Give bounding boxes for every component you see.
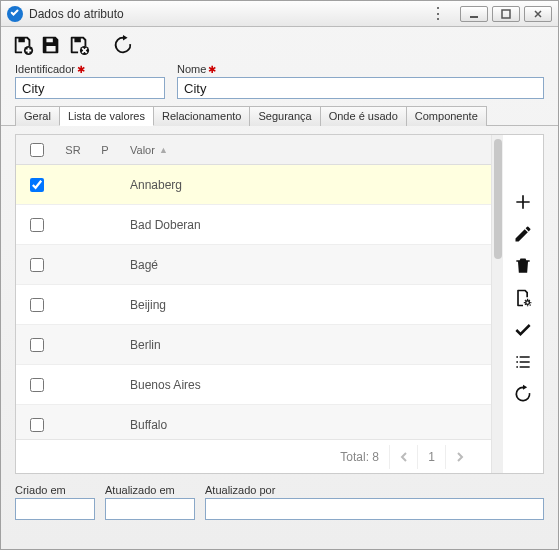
atualizado-em-input[interactable] bbox=[105, 498, 195, 520]
scroll-thumb[interactable] bbox=[494, 139, 502, 259]
col-valor[interactable]: Valor ▲ bbox=[120, 144, 491, 156]
criado-em-field: Criado em bbox=[15, 484, 95, 520]
edit-button[interactable] bbox=[512, 223, 534, 245]
titlebar: Dados do atributo ⋮ bbox=[1, 1, 558, 27]
apply-button[interactable] bbox=[512, 319, 534, 341]
grid-footer: Total: 8 1 bbox=[16, 439, 491, 473]
svg-rect-1 bbox=[470, 16, 478, 18]
more-menu-icon[interactable]: ⋮ bbox=[422, 4, 454, 23]
close-button[interactable] bbox=[524, 6, 552, 22]
tabstrip: Geral Lista de valores Relacionamento Se… bbox=[1, 105, 558, 126]
window-title: Dados do atributo bbox=[29, 7, 422, 21]
col-valor-label: Valor bbox=[130, 144, 155, 156]
table-row[interactable]: Berlin bbox=[16, 325, 491, 365]
total-label: Total: 8 bbox=[340, 450, 379, 464]
row-valor: Bagé bbox=[120, 258, 491, 272]
refresh-button[interactable] bbox=[111, 33, 135, 57]
table-row[interactable]: Bagé bbox=[16, 245, 491, 285]
tab-lista-de-valores[interactable]: Lista de valores bbox=[59, 106, 154, 126]
row-check-cell bbox=[16, 215, 56, 235]
table-row[interactable]: Buffalo bbox=[16, 405, 491, 439]
svg-rect-2 bbox=[502, 10, 510, 18]
table-row[interactable]: Beijing bbox=[16, 285, 491, 325]
tab-onde-e-usado[interactable]: Onde é usado bbox=[320, 106, 407, 126]
identificador-field: Identificador ✱ bbox=[15, 63, 165, 99]
sort-asc-icon: ▲ bbox=[159, 145, 168, 155]
save-add-button[interactable] bbox=[11, 33, 35, 57]
values-panel: SR P Valor ▲ AnnabergBad DoberanBagéBeij… bbox=[15, 134, 544, 474]
row-check-cell bbox=[16, 295, 56, 315]
grid-header: SR P Valor ▲ bbox=[16, 135, 491, 165]
identificador-label-text: Identificador bbox=[15, 63, 75, 75]
select-all-cell bbox=[16, 140, 56, 160]
row-check-cell bbox=[16, 175, 56, 195]
required-icon: ✱ bbox=[208, 64, 216, 75]
row-checkbox[interactable] bbox=[30, 178, 44, 192]
row-check-cell bbox=[16, 335, 56, 355]
row-checkbox[interactable] bbox=[30, 298, 44, 312]
nome-input[interactable] bbox=[177, 77, 544, 99]
dialog-window: Dados do atributo ⋮ bbox=[0, 0, 559, 550]
table-row[interactable]: Annaberg bbox=[16, 165, 491, 205]
save-delete-button[interactable] bbox=[67, 33, 91, 57]
tab-seguranca[interactable]: Segurança bbox=[249, 106, 320, 126]
row-valor: Berlin bbox=[120, 338, 491, 352]
save-button[interactable] bbox=[39, 33, 63, 57]
row-valor: Buenos Aires bbox=[120, 378, 491, 392]
side-action-bar bbox=[503, 135, 543, 473]
row-checkbox[interactable] bbox=[30, 378, 44, 392]
delete-button[interactable] bbox=[512, 255, 534, 277]
atualizado-por-input[interactable] bbox=[205, 498, 544, 520]
vertical-scrollbar[interactable] bbox=[491, 135, 503, 473]
minimize-button[interactable] bbox=[460, 6, 488, 22]
maximize-button[interactable] bbox=[492, 6, 520, 22]
criado-em-label: Criado em bbox=[15, 484, 95, 496]
audit-footer: Criado em Atualizado em Atualizado por bbox=[1, 480, 558, 530]
row-valor: Buffalo bbox=[120, 418, 491, 432]
row-check-cell bbox=[16, 415, 56, 435]
col-sr[interactable]: SR bbox=[56, 144, 90, 156]
add-button[interactable] bbox=[512, 191, 534, 213]
row-valor: Bad Doberan bbox=[120, 218, 491, 232]
table-row[interactable]: Buenos Aires bbox=[16, 365, 491, 405]
required-icon: ✱ bbox=[77, 64, 85, 75]
row-check-cell bbox=[16, 375, 56, 395]
table-row[interactable]: Bad Doberan bbox=[16, 205, 491, 245]
criado-em-input[interactable] bbox=[15, 498, 95, 520]
grid-body: AnnabergBad DoberanBagéBeijingBerlinBuen… bbox=[16, 165, 491, 439]
list-button[interactable] bbox=[512, 351, 534, 373]
page-number[interactable]: 1 bbox=[417, 445, 445, 469]
pager: 1 bbox=[389, 445, 473, 469]
app-icon bbox=[7, 6, 23, 22]
toolbar bbox=[1, 27, 558, 61]
identificador-label: Identificador ✱ bbox=[15, 63, 165, 75]
row-checkbox[interactable] bbox=[30, 418, 44, 432]
atualizado-por-field: Atualizado por bbox=[205, 484, 544, 520]
row-valor: Annaberg bbox=[120, 178, 491, 192]
atualizado-por-label: Atualizado por bbox=[205, 484, 544, 496]
select-all-checkbox[interactable] bbox=[30, 143, 44, 157]
row-valor: Beijing bbox=[120, 298, 491, 312]
page-next-button[interactable] bbox=[445, 445, 473, 469]
header-form: Identificador ✱ Nome ✱ bbox=[1, 61, 558, 105]
reload-button[interactable] bbox=[512, 383, 534, 405]
row-checkbox[interactable] bbox=[30, 218, 44, 232]
identificador-input[interactable] bbox=[15, 77, 165, 99]
nome-label-text: Nome bbox=[177, 63, 206, 75]
tab-relacionamento[interactable]: Relacionamento bbox=[153, 106, 251, 126]
atualizado-em-field: Atualizado em bbox=[105, 484, 195, 520]
page-settings-button[interactable] bbox=[512, 287, 534, 309]
row-check-cell bbox=[16, 255, 56, 275]
atualizado-em-label: Atualizado em bbox=[105, 484, 195, 496]
tab-geral[interactable]: Geral bbox=[15, 106, 60, 126]
row-checkbox[interactable] bbox=[30, 338, 44, 352]
col-p[interactable]: P bbox=[90, 144, 120, 156]
page-prev-button[interactable] bbox=[389, 445, 417, 469]
values-grid: SR P Valor ▲ AnnabergBad DoberanBagéBeij… bbox=[16, 135, 491, 473]
window-buttons bbox=[460, 6, 552, 22]
nome-field: Nome ✱ bbox=[177, 63, 544, 99]
nome-label: Nome ✱ bbox=[177, 63, 544, 75]
svg-point-5 bbox=[526, 301, 530, 305]
row-checkbox[interactable] bbox=[30, 258, 44, 272]
tab-componente[interactable]: Componente bbox=[406, 106, 487, 126]
